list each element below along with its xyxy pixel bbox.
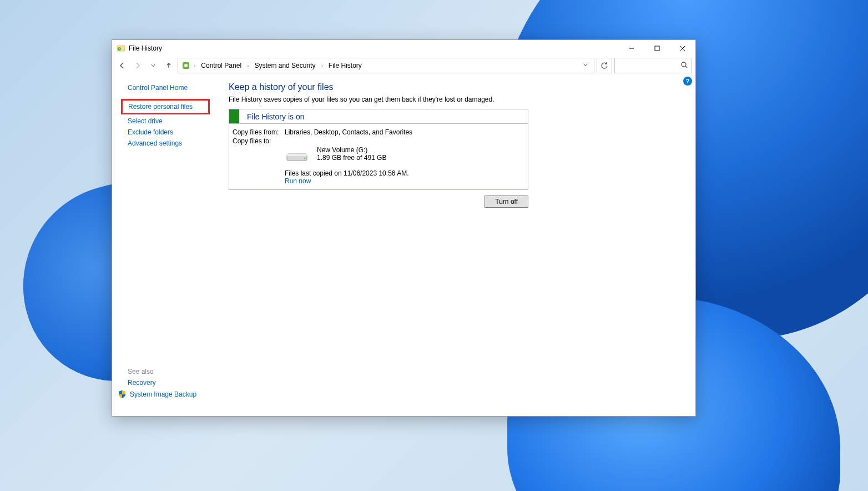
breadcrumb-item[interactable]: File History — [326, 61, 364, 71]
copy-to-label: Copy files to: — [233, 137, 285, 145]
page-description: File History saves copies of your files … — [229, 96, 690, 103]
sidebar-select-drive[interactable]: Select drive — [112, 116, 213, 127]
svg-rect-3 — [655, 46, 659, 51]
sidebar-exclude-folders[interactable]: Exclude folders — [112, 127, 213, 138]
page-heading: Keep a history of your files — [229, 82, 690, 92]
back-button[interactable] — [115, 59, 129, 72]
window-title: File History — [129, 44, 162, 52]
control-panel-home-link[interactable]: Control Panel Home — [112, 82, 213, 93]
see-also-label: See also — [112, 366, 213, 377]
svg-rect-11 — [287, 154, 307, 156]
up-button[interactable] — [162, 59, 175, 72]
search-icon — [680, 61, 688, 71]
sidebar: Control Panel Home Restore personal file… — [112, 74, 213, 416]
breadcrumb-item[interactable]: System and Security — [252, 61, 317, 71]
svg-point-12 — [304, 158, 306, 159]
sidebar-restore-personal-files[interactable]: Restore personal files — [121, 99, 210, 114]
drive-name: New Volume (G:) — [317, 146, 386, 154]
maximize-button[interactable] — [644, 40, 670, 57]
svg-point-8 — [682, 62, 686, 67]
breadcrumb-item[interactable]: Control Panel — [199, 61, 244, 71]
shield-icon — [118, 390, 127, 399]
recent-dropdown[interactable] — [147, 59, 160, 72]
file-history-window: File History › Control Panel › System an… — [112, 39, 696, 417]
sidebar-system-image-backup[interactable]: System Image Backup — [130, 390, 196, 398]
svg-line-9 — [685, 66, 687, 68]
titlebar[interactable]: File History — [112, 40, 695, 57]
drive-icon — [285, 148, 309, 164]
minimize-button[interactable] — [619, 40, 644, 57]
file-history-icon — [117, 44, 125, 53]
navigation-bar: › Control Panel › System and Security › … — [112, 57, 695, 74]
copy-from-value: Libraries, Desktop, Contacts, and Favori… — [285, 128, 412, 136]
main-content: ? Keep a history of your files File Hist… — [213, 74, 695, 416]
drive-space: 1.89 GB free of 491 GB — [317, 154, 386, 162]
close-button[interactable] — [670, 40, 695, 57]
chevron-right-icon[interactable]: › — [247, 63, 249, 69]
sidebar-advanced-settings[interactable]: Advanced settings — [112, 138, 213, 149]
address-dropdown[interactable] — [581, 62, 591, 69]
status-title: File History is on — [239, 112, 304, 121]
copy-from-label: Copy files from: — [233, 128, 285, 136]
help-button[interactable]: ? — [683, 77, 692, 86]
run-now-link[interactable]: Run now — [285, 177, 311, 185]
svg-point-7 — [184, 64, 188, 67]
chevron-right-icon[interactable]: › — [321, 63, 322, 69]
control-panel-icon — [181, 61, 190, 70]
last-copied-text: Files last copied on 11/06/2023 10:56 AM… — [285, 169, 524, 177]
address-bar[interactable]: › Control Panel › System and Security › … — [178, 58, 594, 73]
turn-off-button[interactable]: Turn off — [485, 196, 528, 208]
chevron-right-icon[interactable]: › — [194, 63, 195, 69]
sidebar-recovery-link[interactable]: Recovery — [112, 377, 213, 388]
search-input[interactable] — [614, 58, 692, 73]
forward-button[interactable] — [131, 59, 144, 72]
status-indicator-on — [229, 109, 239, 123]
refresh-button[interactable] — [597, 58, 612, 73]
status-box: File History is on Copy files from: Libr… — [229, 109, 528, 190]
